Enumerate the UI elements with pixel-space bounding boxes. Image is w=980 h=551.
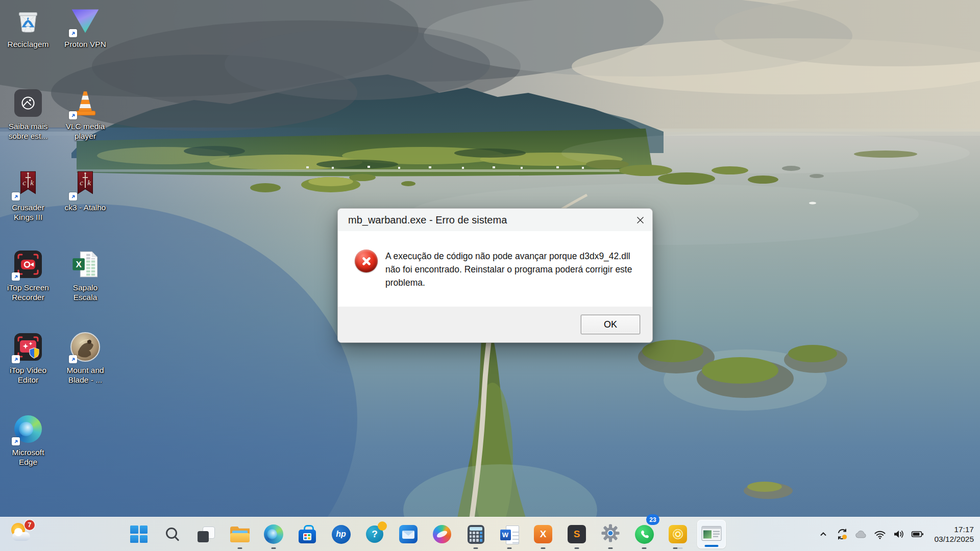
settings-button[interactable] (596, 517, 625, 551)
whatsapp-icon (635, 525, 654, 544)
recycle-bin-icon (10, 3, 46, 39)
vlc-cone-icon (67, 85, 103, 121)
desktop-icon-label: Crusader Kings III (3, 203, 53, 222)
notification-badge: 7 (24, 520, 35, 530)
desktop-icon-itop-video-editor[interactable]: iTop Video Editor (1, 329, 55, 385)
shortcut-arrow-icon (69, 111, 77, 119)
photos-icon (10, 85, 46, 121)
desktop-icon-vlc[interactable]: VLC media player (58, 85, 112, 141)
desktop-icon-sapalo-escala[interactable]: X Sapalo Escala (58, 246, 112, 302)
sync-status-icon[interactable] (836, 527, 849, 542)
shortcut-arrow-icon (69, 29, 77, 37)
word-icon: W (500, 525, 519, 543)
running-indicator (238, 547, 242, 549)
error-message: A execução de código não pode avançar po… (385, 249, 632, 307)
excel-spreadsheet-icon: X (67, 246, 103, 282)
file-explorer-button[interactable] (226, 517, 254, 551)
running-indicator (474, 547, 478, 549)
active-window-button[interactable] (697, 520, 726, 548)
running-indicator (272, 547, 276, 549)
svg-text:c: c (22, 178, 26, 187)
calculator-icon (468, 525, 484, 544)
ck3-banner-icon: c k (67, 166, 103, 202)
shortcut-arrow-icon (12, 355, 20, 363)
gear-icon (601, 523, 620, 545)
ok-button[interactable]: OK (581, 315, 640, 334)
hp-logo-icon: hp (332, 525, 351, 544)
desktop-icon-label: Mount and Blade - ... (60, 365, 110, 385)
onedrive-cloud-icon[interactable] (854, 527, 868, 542)
disc-burner-button[interactable] (664, 517, 692, 551)
battery-icon[interactable] (911, 527, 924, 542)
wifi-icon[interactable] (873, 527, 887, 542)
desktop-icon-ck3-atalho[interactable]: c k ck3 - Atalho (58, 166, 112, 212)
outlook-button[interactable] (394, 517, 423, 551)
desktop-icon-label: Reciclagem (8, 39, 49, 49)
time-text: 17:17 (934, 524, 974, 535)
desktop-icon-label: ck3 - Atalho (65, 203, 106, 212)
get-help-button[interactable]: ? (360, 517, 389, 551)
desktop-icon-itop-screen-recorder[interactable]: iTop Screen Recorder (1, 246, 55, 302)
desktop-icon-label: VLC media player (60, 121, 110, 141)
task-view-button[interactable] (192, 517, 220, 551)
search-icon (165, 527, 180, 542)
error-icon (355, 249, 378, 272)
desktop-icon-proton-vpn[interactable]: Proton VPN (58, 3, 112, 49)
desktop-icon-label: iTop Screen Recorder (3, 283, 53, 302)
running-indicator (673, 547, 683, 549)
dialog-titlebar[interactable]: mb_warband.exe - Erro de sistema (338, 209, 652, 231)
desktop-icon-mount-and-blade[interactable]: Mount and Blade - ... (58, 329, 112, 385)
hidden-icons-chevron-icon[interactable] (817, 527, 830, 542)
shortcut-arrow-icon (69, 192, 77, 201)
dialog-body: A execução de código não pode avançar po… (338, 231, 652, 307)
mount-and-blade-icon (67, 329, 103, 365)
taskbar: 7 hp (0, 517, 980, 551)
edge-button[interactable] (259, 517, 288, 551)
disc-burner-icon (669, 525, 687, 543)
edge-icon (264, 524, 283, 544)
sublime-text-icon: S (568, 525, 586, 543)
desktop-icon-recycle-bin[interactable]: Reciclagem (1, 3, 55, 49)
desktop-icon-label: Proton VPN (64, 39, 106, 49)
xampp-icon: X (534, 525, 552, 543)
desktop-icon-microsoft-edge[interactable]: Microsoft Edge (1, 411, 55, 467)
desktop-icon-saiba-mais[interactable]: Saiba mais sobre est... (1, 85, 55, 141)
weather-widget[interactable]: 7 (9, 521, 36, 547)
close-icon[interactable] (628, 209, 652, 231)
calculator-button[interactable] (461, 517, 490, 551)
active-indicator (705, 545, 719, 547)
dialog-title: mb_warband.exe - Erro de sistema (348, 214, 507, 226)
windows-desktop: Reciclagem Proton VPN Saiba mais sobre e… (0, 0, 980, 551)
shortcut-arrow-icon (12, 437, 20, 445)
whatsapp-button[interactable]: 23 (630, 517, 658, 551)
unread-badge: 23 (646, 514, 659, 525)
microsoft-store-button[interactable] (293, 517, 322, 551)
volume-icon[interactable] (892, 527, 905, 542)
xampp-button[interactable]: X (529, 517, 557, 551)
running-indicator (608, 547, 613, 549)
edge-icon (10, 411, 46, 447)
clock[interactable]: 17:17 03/12/2025 (934, 524, 974, 544)
search-button[interactable] (158, 517, 187, 551)
system-tray: 17:17 03/12/2025 (817, 517, 974, 551)
weather-cloud-icon (12, 532, 30, 541)
svg-text:X: X (76, 259, 82, 269)
hp-button[interactable]: hp (327, 517, 355, 551)
shortcut-arrow-icon (12, 192, 20, 201)
word-button[interactable]: W (495, 517, 524, 551)
dialog-footer: OK (338, 307, 652, 342)
shortcut-arrow-icon (12, 272, 20, 281)
desktop-icon-crusader-kings[interactable]: c k Crusader Kings III (1, 166, 55, 222)
start-button[interactable] (125, 517, 153, 551)
windows-logo-icon (130, 525, 148, 543)
desktop-icon-label: Saiba mais sobre est... (3, 121, 53, 141)
help-question-icon: ? (366, 525, 383, 543)
date-text: 03/12/2025 (934, 534, 974, 544)
program-window-icon (701, 525, 722, 543)
file-explorer-icon (230, 527, 250, 542)
ck3-banner-icon: c k (10, 166, 46, 202)
copilot-button[interactable] (428, 517, 456, 551)
svg-text:c: c (80, 178, 83, 187)
desktop-icon-label: Sapalo Escala (60, 283, 110, 302)
sublime-text-button[interactable]: S (562, 517, 591, 551)
